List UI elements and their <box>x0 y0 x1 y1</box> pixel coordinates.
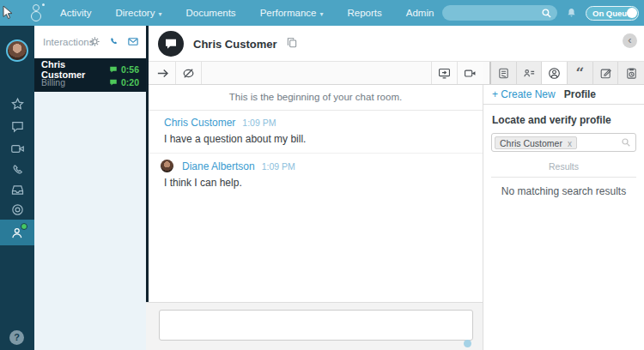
search-icon <box>621 137 631 148</box>
responses-tab[interactable]: “ <box>568 62 593 84</box>
nav-item-reports[interactable]: Reports <box>342 8 386 18</box>
message-author[interactable]: Diane Albertson <box>182 160 255 172</box>
chat-title: Chris Customer <box>193 38 277 51</box>
chevron-down-icon: ▾ <box>158 10 161 18</box>
interaction-timer: 0:56 <box>121 64 139 75</box>
global-search-input[interactable] <box>451 6 538 20</box>
chat-bubble-icon <box>109 65 118 74</box>
app-window: Activity Directory▾ Documents Performanc… <box>0 0 644 350</box>
video-camera-icon <box>10 142 25 156</box>
chevron-down-icon: ▾ <box>319 10 323 18</box>
left-rail: ? <box>0 26 34 350</box>
slashed-eye-icon <box>182 67 195 80</box>
nav-item-directory[interactable]: Directory▾ <box>110 8 167 18</box>
chat-transcript: This is the beginning of your chat room.… <box>149 85 483 302</box>
user-avatar[interactable] <box>6 39 28 62</box>
profile-tab-label[interactable]: Profile <box>564 88 596 100</box>
top-nav: Activity Directory▾ Documents Performanc… <box>0 0 644 26</box>
phone-icon <box>10 163 25 178</box>
queue-timer: 0:20 <box>121 77 139 88</box>
chat-icon <box>10 119 25 134</box>
nav-item-admin[interactable]: Admin <box>401 8 440 18</box>
main-menu: Activity Directory▾ Documents Performanc… <box>55 8 439 18</box>
video-call-button[interactable] <box>457 62 483 84</box>
profile-panel-tabs: + Create New Profile <box>483 85 644 105</box>
emoji-button[interactable] <box>464 340 471 347</box>
nav-item-activity[interactable]: Activity <box>55 8 96 18</box>
chat-bubble-icon <box>109 78 118 87</box>
chat-message: Chris Customer 1:09 PM I have a question… <box>149 111 483 154</box>
profile-search-box[interactable]: Chris Customerx <box>491 133 636 152</box>
message-text: I think I can help. <box>164 177 471 189</box>
no-results-message: No matching search results <box>483 185 644 197</box>
end-chat-button[interactable] <box>176 62 202 84</box>
phone-icon[interactable] <box>108 36 119 47</box>
target-icon <box>10 202 25 217</box>
sidebar-item-interactions[interactable] <box>0 220 34 245</box>
sidebar-item-favorites[interactable] <box>0 93 34 115</box>
arrow-right-icon <box>156 67 169 80</box>
screen-share-button[interactable] <box>431 62 457 84</box>
toggle-knob <box>627 8 637 18</box>
global-search <box>442 5 557 21</box>
on-queue-toggle[interactable]: On Queue <box>586 6 639 21</box>
nav-item-performance[interactable]: Performance▾ <box>255 8 329 18</box>
copy-icon[interactable] <box>286 37 298 49</box>
create-new-link[interactable]: + Create New <box>492 88 556 100</box>
chat-bubble-icon <box>164 37 178 51</box>
chat-message-input[interactable] <box>159 310 473 341</box>
sidebar-item-video[interactable] <box>0 137 34 160</box>
interaction-toolbar: “ <box>149 62 644 85</box>
chat-header: Chris Customer ‹ <box>149 26 644 62</box>
search-icon <box>541 8 552 19</box>
sidebar-item-workspace[interactable] <box>0 198 34 220</box>
star-icon <box>10 97 25 112</box>
quotes-icon: “ <box>575 62 584 84</box>
chat-message: Diane Albertson 1:09 PM I think I can he… <box>149 154 483 196</box>
presence-dot <box>21 223 27 230</box>
interactions-header: Interactions <box>34 26 146 58</box>
schedule-tab[interactable] <box>618 62 644 84</box>
script-icon <box>497 67 510 80</box>
interactions-panel: Interactions Chris Customer 0:56 Billing… <box>34 26 146 350</box>
interaction-card[interactable]: Chris Customer 0:56 Billing 0:20 <box>34 58 146 92</box>
sidebar-item-chat[interactable] <box>0 115 34 137</box>
nav-right-cluster: On Queue <box>442 0 639 26</box>
contacts-tab[interactable] <box>517 62 543 84</box>
monitor-share-icon <box>438 67 451 80</box>
app-logo[interactable] <box>27 3 46 23</box>
interaction-queue: Billing <box>41 77 65 88</box>
chat-beginning-notice: This is the beginning of your chat room. <box>149 85 483 111</box>
collapse-panel-button[interactable]: ‹ <box>623 33 637 48</box>
chat-compose-area <box>146 302 483 350</box>
on-queue-label: On Queue <box>592 9 631 18</box>
message-avatar <box>161 160 173 172</box>
search-chip: Chris Customerx <box>495 136 577 149</box>
profile-panel: + Create New Profile Locate and verify p… <box>483 85 644 350</box>
panel-tools-group: “ <box>489 62 644 84</box>
clipboard-clock-icon <box>625 67 638 80</box>
panel-divider <box>146 26 149 302</box>
notes-tab[interactable] <box>593 62 619 84</box>
message-author[interactable]: Chris Customer <box>164 117 235 129</box>
interactions-title: Interactions <box>43 37 94 47</box>
locate-verify-title: Locate and verify profile <box>483 105 644 133</box>
message-time: 1:09 PM <box>242 118 276 128</box>
help-icon[interactable]: ? <box>9 330 24 345</box>
message-time: 1:09 PM <box>262 161 295 172</box>
mouse-cursor <box>3 5 14 20</box>
bell-icon[interactable] <box>565 6 578 21</box>
nav-item-documents[interactable]: Documents <box>180 8 240 18</box>
chat-avatar <box>158 31 184 57</box>
results-label: Results <box>491 161 636 178</box>
compose-icon <box>599 67 612 80</box>
chip-close-icon[interactable]: x <box>568 139 572 148</box>
message-text: I have a question about my bill. <box>164 133 471 145</box>
profile-tab[interactable] <box>542 62 568 84</box>
gear-icon[interactable] <box>89 36 100 47</box>
envelope-icon[interactable] <box>127 36 139 47</box>
script-tab[interactable] <box>491 62 517 84</box>
inbox-icon <box>10 183 25 197</box>
transfer-button[interactable] <box>150 62 176 84</box>
contact-list-icon <box>523 67 536 80</box>
